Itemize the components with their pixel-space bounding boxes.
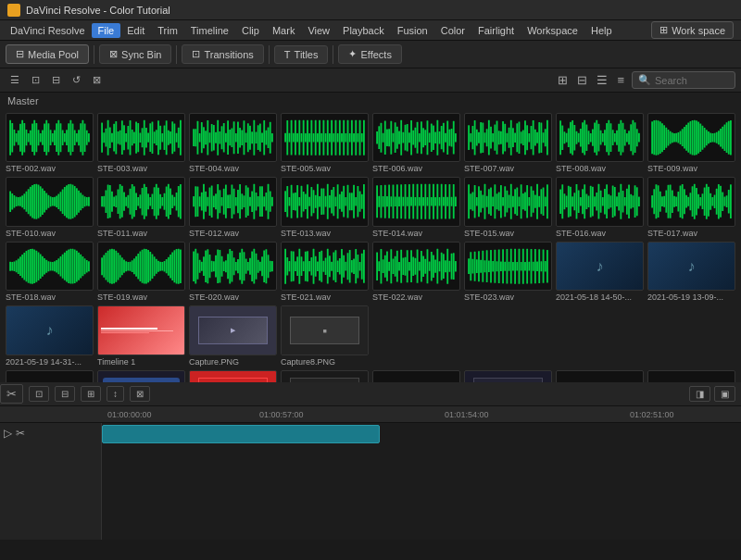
media-item[interactable] [281,370,369,382]
svg-rect-134 [313,133,315,143]
media-item[interactable]: STE-002.wav [6,113,94,173]
svg-rect-348 [66,186,68,218]
media-item[interactable]: STE-023.wav [464,242,552,302]
media-item[interactable]: STE-018.wav [6,242,94,302]
menu-davinci[interactable]: DaVinci Resolve [4,23,92,38]
media-item[interactable]: STE-012.wav [189,177,277,237]
media-item[interactable]: STE-015.wav [464,177,552,237]
transitions-button[interactable]: ⊡ Transitions [182,44,263,64]
media-item[interactable]: ■ Capture8.PNG [281,305,369,366]
media-item[interactable]: STE-011.wav [97,177,185,237]
track-btn2[interactable]: ⊟ [55,386,75,402]
media-item[interactable] [647,370,735,382]
svg-rect-479 [363,185,365,219]
media-item[interactable] [464,370,552,382]
list-view-btn[interactable]: ⊟ [573,71,591,89]
media-item[interactable]: STE-007.wav [464,113,552,173]
svg-rect-739 [231,251,232,281]
media-item[interactable]: STE-016.wav [556,177,644,237]
track-btn4[interactable]: ↕ [107,386,124,402]
svg-rect-600 [651,195,653,208]
svg-rect-414 [221,197,223,206]
tb-right-btn2[interactable]: ▣ [714,386,735,402]
menu-mark[interactable]: Mark [266,23,301,38]
svg-rect-697 [135,256,137,277]
menu-color[interactable]: Color [434,23,471,38]
tb-right-btn1[interactable]: ◨ [689,386,710,402]
svg-rect-680 [101,257,103,275]
menu-playback[interactable]: Playback [336,23,391,38]
media-item[interactable] [556,370,644,382]
menu-workspace[interactable]: Workspace [521,23,584,38]
media-item[interactable]: STE-010.wav [6,177,94,237]
svg-rect-36 [82,120,83,156]
svg-rect-495 [407,197,408,206]
media-item[interactable]: STE-008.wav [556,113,644,173]
media-item[interactable]: ♪ 2021-05-19 14-31-... [6,305,94,366]
titles-button[interactable]: T Titles [274,45,329,64]
media-thumb [281,370,369,382]
media-item[interactable]: STE-022.wav [372,242,460,302]
media-item[interactable]: STE-021.wav [281,242,369,302]
track-btn1[interactable]: ⊡ [29,386,49,402]
svg-rect-786 [337,260,339,272]
detail-view-btn[interactable]: ☰ [593,71,611,89]
media-item[interactable]: Timeline 1 [97,305,185,366]
media-item[interactable] [372,370,460,382]
tb2-filter[interactable]: ⊠ [88,72,106,88]
media-item[interactable]: STE-003.wav [97,113,185,173]
grid-view-btn[interactable]: ⊞ [554,71,571,89]
clip-block-1[interactable] [102,425,380,443]
tb2-list-view[interactable]: ☰ [6,72,24,88]
svg-rect-540 [509,195,510,208]
media-item[interactable]: STE-005.wav [281,113,369,173]
menu-file[interactable]: File [92,23,121,38]
media-item[interactable]: STE-013.wav [281,177,369,237]
svg-rect-363 [107,185,109,219]
menu-timeline[interactable]: Timeline [184,23,235,38]
svg-rect-462 [329,195,331,208]
svg-rect-274 [628,131,630,144]
media-item[interactable]: STE-004.wav [189,113,277,173]
effects-button[interactable]: ✦ Effects [338,44,401,64]
svg-rect-116 [265,131,267,145]
metadata-view-btn[interactable]: ≡ [613,71,628,89]
menu-edit[interactable]: Edit [120,23,151,38]
media-item[interactable]: STE-006.wav [372,113,460,173]
media-item[interactable] [189,370,277,382]
master-label: Master [0,93,741,109]
media-item[interactable]: HSL ▼ [97,370,185,382]
track-btn3[interactable]: ⊞ [81,386,101,402]
svg-rect-149 [343,120,345,156]
media-pool-button[interactable]: ⊟ Media Pool [6,44,89,64]
media-label: Capture.PNG [189,357,277,367]
svg-rect-246 [571,120,573,155]
menu-view[interactable]: View [301,23,336,38]
menu-clip[interactable]: Clip [235,23,266,38]
media-item[interactable]: ♪ 2021-05-18 14-50-... [556,242,644,302]
svg-rect-681 [103,255,105,277]
sync-bin-button[interactable]: ⊠ Sync Bin [99,44,171,64]
scissors-btn[interactable]: ✂ [0,384,23,404]
menu-help[interactable]: Help [584,23,619,38]
menu-fairlight[interactable]: Fairlight [471,23,521,38]
media-item[interactable]: STE-014.wav [372,177,460,237]
media-item[interactable]: STE-020.wav [189,242,277,302]
search-input[interactable] [655,75,729,86]
media-item[interactable]: STE-019.wav [97,242,185,302]
media-thumb [372,113,460,162]
svg-rect-770 [305,252,307,281]
tb2-btn3[interactable]: ⊟ [47,72,65,88]
media-item[interactable]: STE-017.wav [647,177,735,237]
media-item[interactable]: ✂ [6,370,94,382]
media-item[interactable]: ▶ Capture.PNG [189,305,277,366]
media-item[interactable]: ♪ 2021-05-19 13-09-... [647,242,735,302]
media-item[interactable]: STE-009.wav [647,113,735,173]
media-pool-area[interactable]: STE-002.wav STE-003.wav STE-004.wav STE-… [0,109,741,382]
menu-trim[interactable]: Trim [151,23,184,38]
tb2-refresh[interactable]: ↺ [68,72,85,88]
track-btn5[interactable]: ⊠ [130,386,150,402]
svg-rect-368 [118,190,119,214]
menu-fusion[interactable]: Fusion [391,23,434,38]
tb2-btn2[interactable]: ⊡ [27,72,44,88]
